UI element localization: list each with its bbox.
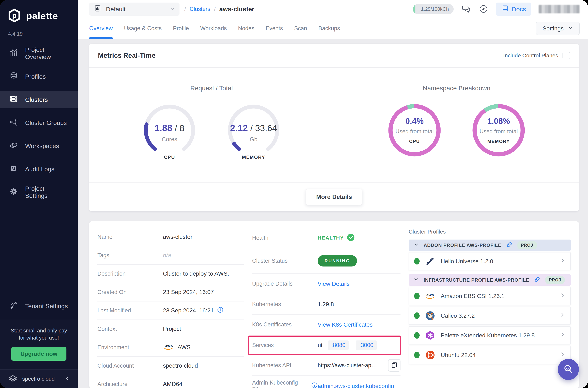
layer-status-dot xyxy=(414,332,420,339)
copy-api-url-button[interactable] xyxy=(388,359,401,372)
tabs-bar: Overview Usage & Costs Profile Workloads… xyxy=(78,18,588,39)
docs-label: Docs xyxy=(512,6,526,13)
more-details-button[interactable]: More Details xyxy=(306,189,362,205)
addon-profile-header[interactable]: ADDON PROFILE AWS-PROFILE PROJ xyxy=(409,240,571,251)
layer-name: Calico 3.27.2 xyxy=(441,312,475,319)
docs-button[interactable]: Docs xyxy=(496,2,531,16)
tab-scan[interactable]: Scan xyxy=(294,18,307,39)
include-control-planes: Include Control Planes xyxy=(503,52,570,59)
tab-nodes[interactable]: Nodes xyxy=(238,18,254,39)
tab-overview[interactable]: Overview xyxy=(89,18,113,39)
svg-text:aws: aws xyxy=(426,293,434,297)
environment-value: AWS xyxy=(178,344,191,351)
include-control-planes-checkbox[interactable] xyxy=(563,52,570,59)
view-details-link[interactable]: View Details xyxy=(318,281,350,287)
sidebar-item-label: Clusters xyxy=(25,96,48,103)
admin-kubeconfig-link[interactable]: admin.aws-cluster.kubeconfig xyxy=(318,383,394,388)
layers-icon xyxy=(9,72,18,81)
chat-button[interactable] xyxy=(461,4,471,15)
running-status-badge: RUNNING xyxy=(318,255,357,267)
memory-donut-label: MEMORY xyxy=(487,139,510,144)
kubernetes-api-value: https://aws-cluster-apiserve… xyxy=(318,362,378,369)
view-k8s-certificates-link[interactable]: View K8s Certificates xyxy=(318,321,373,328)
help-button[interactable] xyxy=(478,4,489,15)
audit-log-icon xyxy=(9,164,18,174)
detail-row-cluster-status: Cluster Status RUNNING xyxy=(252,248,401,274)
service-port-3000-link[interactable]: :3000 xyxy=(356,340,377,350)
context-value: Project xyxy=(163,326,181,332)
sidebar-item-clusters[interactable]: Clusters xyxy=(0,91,78,108)
profile-layer-hello-universe[interactable]: Hello Universe 1.2.0 xyxy=(409,252,571,270)
link-icon[interactable] xyxy=(534,276,541,284)
request-total-panel: Request / Total 1.88 / 8 Cores xyxy=(89,68,334,182)
layer-status-dot xyxy=(414,258,420,265)
profile-layer-ubuntu[interactable]: Ubuntu 22.04 xyxy=(409,346,571,364)
sidebar-item-project-overview[interactable]: Project Overview xyxy=(0,45,78,62)
memory-unit: Gb xyxy=(250,136,258,143)
cluster-profiles-panel: Cluster Profiles ADDON PROFILE AWS-PROFI… xyxy=(409,228,571,388)
detail-row-context: Context Project xyxy=(97,320,244,338)
tab-usage-costs[interactable]: Usage & Costs xyxy=(124,18,162,39)
settings-button[interactable]: Settings xyxy=(536,22,580,35)
sidebar-item-profiles[interactable]: Profiles xyxy=(0,68,78,85)
detail-row-created-on: Created On 23 Sep 2024, 16:07 xyxy=(97,283,244,301)
hello-universe-icon xyxy=(425,256,435,266)
aws-icon: aws xyxy=(425,291,435,301)
project-selector-value: Default xyxy=(106,6,126,13)
sidebar-item-audit-logs[interactable]: Audit Logs xyxy=(0,160,78,178)
book-icon xyxy=(501,4,509,14)
brand-name: palette xyxy=(26,10,58,21)
svg-text:aws: aws xyxy=(165,343,173,348)
link-icon[interactable] xyxy=(506,241,513,249)
tab-workloads[interactable]: Workloads xyxy=(200,18,227,39)
sidebar-item-cluster-groups[interactable]: Cluster Groups xyxy=(0,114,78,132)
gear-icon xyxy=(9,187,18,197)
info-icon[interactable] xyxy=(311,382,318,388)
profile-layer-calico[interactable]: Calico 3.27.2 xyxy=(409,307,571,325)
cluster-details-card: Name aws-cluster Tags n/a Description Cl… xyxy=(89,221,579,388)
profile-layer-amazon-ebs-csi[interactable]: aws Amazon EBS CSI 1.26.1 xyxy=(409,287,571,305)
sidebar-item-tenant-settings[interactable]: Tenant Settings xyxy=(0,297,78,315)
tab-events[interactable]: Events xyxy=(266,18,283,39)
sidebar-item-workspaces[interactable]: Workspaces xyxy=(0,137,78,155)
metrics-realtime-card: Metrics Real-Time Include Control Planes… xyxy=(89,44,579,211)
chevron-right-icon xyxy=(560,292,565,299)
cpu-total-value: / 8 xyxy=(172,123,184,133)
sidebar-item-label: Workspaces xyxy=(25,143,59,149)
ubuntu-icon xyxy=(425,350,435,360)
promo-line-1: Start small and only pay xyxy=(5,327,73,334)
infrastructure-profile-header[interactable]: INFRASTRUCTURE PROFILE AWS-PROFILE PROJ xyxy=(409,274,571,286)
chevron-right-icon xyxy=(560,352,565,359)
kubernetes-version-value: 1.29.8 xyxy=(318,301,334,308)
tools-icon xyxy=(9,301,18,311)
memory-used-caption: Used from total xyxy=(479,128,518,135)
sidebar-footer: spectro cloud xyxy=(0,369,78,388)
memory-total-value: / 33.64 xyxy=(248,123,277,133)
sidebar-item-label: Audit Logs xyxy=(25,166,54,173)
collapse-sidebar-icon[interactable] xyxy=(65,376,70,382)
breadcrumb-separator: / xyxy=(184,6,186,13)
service-port-8080-link[interactable]: :8080 xyxy=(328,340,349,350)
promo-line-2: for what you use! xyxy=(5,334,73,341)
tab-backups[interactable]: Backups xyxy=(318,18,340,39)
project-selector[interactable]: Default xyxy=(89,2,180,16)
sidebar-item-project-settings[interactable]: Project Settings xyxy=(0,183,78,201)
sidebar-item-label: Cluster Groups xyxy=(25,119,67,126)
info-icon[interactable] xyxy=(217,307,224,315)
last-modified-value: 23 Sep 2024, 16:21 xyxy=(163,307,214,314)
user-name-redacted[interactable] xyxy=(539,5,580,13)
floating-search-button[interactable] xyxy=(558,359,579,380)
usage-quota-badge[interactable]: 1.29/100kCh xyxy=(413,4,453,14)
topbar-right: 1.29/100kCh xyxy=(413,2,580,16)
tab-profile[interactable]: Profile xyxy=(173,18,189,39)
sidebar-item-label: Tenant Settings xyxy=(25,303,68,310)
project-selector-icon xyxy=(94,5,101,13)
profile-layer-palette-extended-kubernetes[interactable]: Palette eXtended Kubernetes 1.29.8 xyxy=(409,326,571,344)
upgrade-now-button[interactable]: Upgrade now xyxy=(11,347,67,361)
layer-name: Hello Universe 1.2.0 xyxy=(441,258,493,265)
description-value: Cluster to deploy to AWS. xyxy=(163,270,229,277)
cpu-unit: Cores xyxy=(162,136,177,143)
breadcrumb-clusters-link[interactable]: Clusters xyxy=(189,6,210,12)
project-scope-badge: PROJ xyxy=(517,241,537,249)
project-scope-badge: PROJ xyxy=(545,276,565,284)
